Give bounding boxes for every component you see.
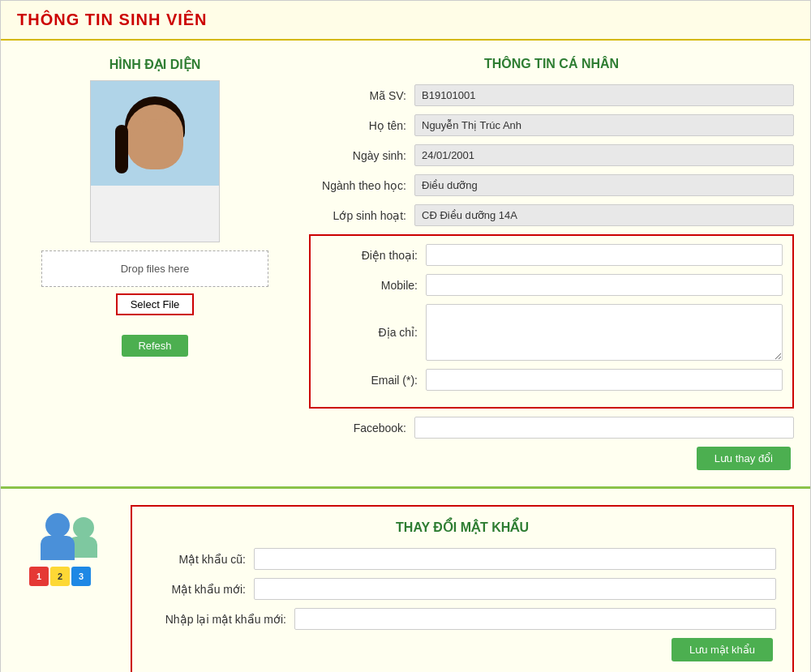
facebook-input[interactable] (414, 417, 794, 439)
avatar-hair-side (115, 125, 128, 173)
mobile-label: Mobile: (320, 279, 426, 292)
nganh-value: Điều dưỡng (414, 174, 794, 196)
avatar-section: HÌNH ĐẠI DIỆN Drop files here Select Fil… (17, 57, 293, 470)
ma-sv-label: Mã SV: (309, 89, 414, 102)
avatar-shirt (91, 186, 219, 242)
mobile-input[interactable] (426, 274, 783, 296)
mat-khau-moi-row: Mật khẩu mới: (148, 578, 776, 600)
ma-sv-value: B19101001 (414, 84, 794, 106)
person1-body (41, 536, 75, 560)
email-input[interactable] (426, 369, 783, 391)
lop-value: CĐ Điều dưỡng 14A (414, 204, 794, 226)
mat-khau-moi-input[interactable] (254, 578, 776, 600)
select-file-button[interactable]: Select File (116, 293, 195, 315)
ho-ten-label: Họ tên: (309, 119, 414, 132)
dia-chi-label: Địa chỉ: (320, 326, 426, 339)
users-icon-area: 1 2 3 (17, 505, 114, 586)
email-label: Email (*): (320, 374, 426, 387)
nganh-row: Ngành theo học: Điều dưỡng (309, 174, 794, 196)
dien-thoai-input[interactable] (426, 244, 783, 266)
save-btn-row: Lưu thay đổi (309, 447, 794, 470)
nhap-lai-row: Nhập lại mật khẩu mới: (148, 608, 776, 630)
lop-label: Lớp sinh hoạt: (309, 209, 414, 222)
password-section-title: THAY ĐỔI MẬT KHẨU (148, 520, 776, 535)
personal-info-section: THÔNG TIN CÁ NHÂN Mã SV: B19101001 Họ tê… (309, 57, 794, 470)
person2-head (73, 517, 94, 538)
mat-khau-cu-input[interactable] (254, 548, 776, 570)
dia-chi-textarea[interactable] (426, 304, 783, 361)
avatar-photo (91, 80, 219, 242)
avatar-image-box (90, 80, 220, 242)
avatar-title: HÌNH ĐẠI DIỆN (17, 57, 293, 72)
main-section: HÌNH ĐẠI DIỆN Drop files here Select Fil… (1, 41, 810, 489)
file-buttons: Select File Refesh (17, 293, 293, 357)
mat-khau-cu-row: Mật khẩu cũ: (148, 548, 776, 570)
avatar-face (131, 119, 179, 168)
email-row: Email (*): (320, 369, 783, 391)
editable-fields-section: Điện thoại: Mobile: Địa chỉ: Email (*): (309, 234, 794, 409)
save-password-button[interactable]: Lưu mật khẩu (672, 638, 773, 661)
lop-row: Lớp sinh hoạt: CĐ Điều dưỡng 14A (309, 204, 794, 226)
page-title: THÔNG TIN SINH VIÊN (17, 11, 208, 28)
ngay-sinh-value: 24/01/2001 (414, 144, 794, 166)
mat-khau-moi-label: Mật khẩu mới: (148, 583, 254, 596)
number-blocks: 1 2 3 (29, 567, 91, 586)
dien-thoai-label: Điện thoại: (320, 249, 426, 262)
page-title-bar: THÔNG TIN SINH VIÊN (1, 1, 810, 41)
drop-zone-text: Drop files here (121, 263, 190, 275)
users-icon: 1 2 3 (29, 513, 102, 586)
nhap-lai-label: Nhập lại mật khẩu mới: (148, 613, 294, 626)
page-wrapper: THÔNG TIN SINH VIÊN HÌNH ĐẠI DIỆN Drop f… (0, 0, 811, 672)
nganh-label: Ngành theo học: (309, 179, 414, 192)
ma-sv-row: Mã SV: B19101001 (309, 84, 794, 106)
block-2: 2 (50, 567, 70, 586)
personal-info-title: THÔNG TIN CÁ NHÂN (309, 57, 794, 71)
save-password-btn-row: Lưu mật khẩu (148, 638, 776, 661)
ngay-sinh-row: Ngày sinh: 24/01/2001 (309, 144, 794, 166)
save-changes-button[interactable]: Lưu thay đổi (697, 447, 791, 470)
ho-ten-value: Nguyễn Thị Trúc Anh (414, 114, 794, 136)
refresh-button[interactable]: Refesh (122, 335, 187, 357)
password-form: THAY ĐỔI MẬT KHẨU Mật khẩu cũ: Mật khẩu … (131, 505, 794, 672)
mat-khau-cu-label: Mật khẩu cũ: (148, 553, 254, 566)
password-box: THAY ĐỔI MẬT KHẨU Mật khẩu cũ: Mật khẩu … (131, 505, 794, 672)
password-section: 1 2 3 THAY ĐỔI MẬT KHẨU Mật khẩu cũ: Mật… (1, 489, 810, 672)
drop-zone[interactable]: Drop files here (41, 250, 268, 287)
nhap-lai-input[interactable] (294, 608, 776, 630)
dia-chi-row: Địa chỉ: (320, 304, 783, 361)
ngay-sinh-label: Ngày sinh: (309, 149, 414, 162)
block-1: 1 (29, 567, 49, 586)
mobile-row: Mobile: (320, 274, 783, 296)
facebook-row: Facebook: (309, 417, 794, 439)
facebook-label: Facebook: (309, 422, 414, 434)
person1-head (45, 513, 70, 537)
ho-ten-row: Họ tên: Nguyễn Thị Trúc Anh (309, 114, 794, 136)
block-3: 3 (71, 567, 91, 586)
dien-thoai-row: Điện thoại: (320, 244, 783, 266)
